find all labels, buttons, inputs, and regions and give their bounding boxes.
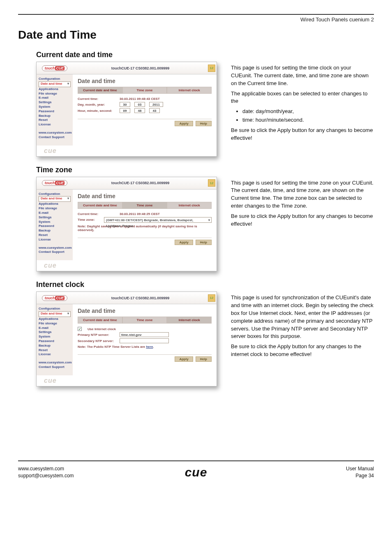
tab-internet[interactable]: Internet clock [167, 87, 212, 94]
sidebar-item-backup[interactable]: Backup [39, 114, 71, 118]
sidebar: Configuration Date and time Applications… [37, 304, 73, 375]
ntp-note-link[interactable]: here [146, 345, 153, 349]
sidebar-item-settings[interactable]: Settings [39, 330, 71, 335]
screenshot-current: touchCUE touchCUE-17 CS0382.001.009999 1… [36, 62, 217, 157]
sidebar-item-configuration[interactable]: Configuration [39, 307, 71, 311]
second-input[interactable]: 43 [149, 108, 160, 113]
use-internet-clock-checkbox[interactable]: ✓ [78, 327, 82, 331]
sidebar-item-license[interactable]: License [39, 123, 71, 127]
desc-internet-2: Be sure to click the Apply button for an… [231, 343, 374, 358]
sidebar-item-configuration[interactable]: Configuration [39, 77, 71, 81]
help-button[interactable]: Help [196, 356, 212, 362]
logo: touchCUE [42, 65, 68, 71]
current-time-value: 30.03.2011 09:48:43 CEST [120, 97, 160, 101]
sidebar-item-file-storage[interactable]: File storage [39, 92, 71, 96]
sidebar-item-configuration[interactable]: Configuration [39, 192, 71, 197]
bullet-time: time: hour/minute/second. [242, 116, 374, 124]
sidebar-link-support[interactable]: Contact Support [39, 135, 71, 140]
apply-button[interactable]: Apply [175, 356, 193, 362]
apply-button[interactable]: Apply [175, 240, 193, 245]
sidebar-item-applications[interactable]: Applications [39, 87, 71, 92]
sidebar-item-date-time[interactable]: Date and time [39, 81, 71, 87]
footer-email: support@cuesystem.com [18, 472, 185, 479]
day-input[interactable]: 30 [120, 102, 130, 107]
screenshot-timezone: touchCUE touchCUE-17 CS0382.001.009999 1… [36, 177, 217, 272]
tab-current[interactable]: Current date and time [78, 317, 122, 324]
footer-manual: User Manual [207, 465, 374, 472]
sidebar-link-site[interactable]: www.cuesystem.com [39, 131, 71, 135]
sidebar-link-site[interactable]: www.cuesystem.com [39, 361, 71, 365]
sidebar-item-settings[interactable]: Settings [39, 215, 71, 220]
sidebar-link-site[interactable]: www.cuesystem.com [39, 246, 71, 250]
sidebar-item-file-storage[interactable]: File storage [39, 206, 71, 211]
sidebar-item-license[interactable]: License [39, 352, 71, 357]
sidebar-item-password[interactable]: Password [39, 109, 71, 114]
dmy-label: Day, month, year: [78, 103, 115, 106]
window-title: touchCUE-17 CS0382.001.009999 [73, 181, 208, 185]
tab-timezone[interactable]: Time zone [122, 87, 167, 94]
sidebar-item-settings[interactable]: Settings [39, 100, 71, 105]
sidebar-item-applications[interactable]: Applications [39, 202, 71, 206]
brand-bottom: cue [44, 262, 57, 269]
panel-title: Date and time [78, 78, 212, 84]
tz-label: Time zone: [78, 218, 100, 222]
year-input[interactable]: 2011 [149, 102, 163, 107]
tab-timezone[interactable]: Time zone [122, 202, 167, 209]
header-right: Wired Touch Panels cuenium 2 [18, 16, 374, 23]
sidebar-item-email[interactable]: E-mail [39, 326, 71, 331]
hour-input[interactable]: 09 [120, 108, 130, 113]
sidebar-item-system[interactable]: System [39, 220, 71, 224]
sidebar-item-file-storage[interactable]: File storage [39, 321, 71, 326]
sidebar-item-reset[interactable]: Reset [39, 118, 71, 123]
tab-current[interactable]: Current date and time [78, 87, 122, 94]
sidebar-link-support[interactable]: Contact Support [39, 365, 71, 370]
sidebar-item-system[interactable]: System [39, 335, 71, 339]
section-heading-internet: Internet clock [36, 280, 374, 289]
sidebar-item-license[interactable]: License [39, 238, 71, 242]
logo: touchCUE [42, 295, 68, 301]
sidebar-item-date-time[interactable]: Date and time [39, 196, 71, 202]
primary-ntp-input[interactable]: time.nist.gov [120, 332, 169, 337]
window-title: touchCUE-17 CS0382.001.009999 [73, 296, 208, 300]
desc-current-2: The applicable boxes can be selected to … [231, 90, 374, 106]
month-input[interactable]: 03 [134, 102, 145, 107]
apply-button[interactable]: Apply [175, 121, 193, 126]
sidebar-item-applications[interactable]: Applications [39, 317, 71, 321]
tz-select[interactable]: (GMT+01:00 CET/CEST) Belgrade, Bratislav… [104, 217, 212, 223]
panel-title: Date and time [78, 193, 212, 199]
window-title: touchCUE-17 CS0382.001.009999 [73, 66, 208, 70]
sidebar-item-password[interactable]: Password [39, 339, 71, 344]
page-title: Date and Time [18, 28, 374, 42]
help-button[interactable]: Help [196, 240, 212, 245]
footer-url: www.cuesystem.com [18, 465, 185, 472]
version-badge: 12 [208, 294, 215, 302]
footer-logo: cue [185, 465, 208, 479]
sidebar-item-password[interactable]: Password [39, 224, 71, 229]
sidebar-item-system[interactable]: System [39, 105, 71, 109]
sidebar-item-reset[interactable]: Reset [39, 233, 71, 238]
secondary-ntp-input[interactable] [120, 338, 169, 343]
sidebar-item-email[interactable]: E-mail [39, 96, 71, 100]
sidebar-link-support[interactable]: Contact Support [39, 250, 71, 254]
sidebar-item-reset[interactable]: Reset [39, 348, 71, 353]
tab-current[interactable]: Current date and time [78, 202, 122, 209]
sidebar-item-email[interactable]: E-mail [39, 211, 71, 215]
tab-internet[interactable]: Internet clock [167, 202, 212, 209]
bullet-date: date: day/month/year, [242, 108, 374, 116]
tz-note: Note: Daylight saving time is applied au… [78, 224, 212, 232]
sidebar: Configuration Date and time Applications… [37, 74, 73, 146]
minute-input[interactable]: 48 [134, 108, 145, 113]
help-button[interactable]: Help [196, 121, 212, 126]
primary-ntp-label: Primary NTP server: [78, 333, 115, 337]
tab-internet[interactable]: Internet clock [167, 317, 212, 324]
hms-label: Hour, minute, second: [78, 109, 115, 113]
brand-bottom: cue [44, 377, 57, 384]
desc-current-1: This page is used for setting the time c… [231, 64, 374, 88]
desc-tz-1: This page is used for setting the time z… [231, 179, 374, 210]
tab-timezone[interactable]: Time zone [122, 317, 167, 324]
screenshot-internet: touchCUE touchCUE-17 CS0382.001.009999 1… [36, 291, 217, 386]
sidebar-item-backup[interactable]: Backup [39, 344, 71, 348]
sidebar-item-date-time[interactable]: Date and time [39, 311, 71, 317]
sidebar-item-backup[interactable]: Backup [39, 229, 71, 233]
desc-current-closing: Be sure to click the Apply button for an… [231, 127, 374, 142]
